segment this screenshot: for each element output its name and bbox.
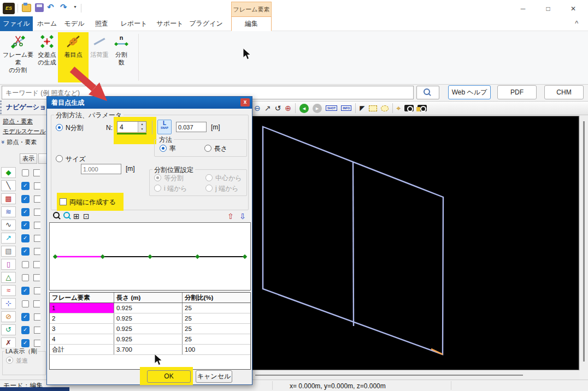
visibility-checkbox-2[interactable] <box>34 248 40 255</box>
visibility-checkbox[interactable] <box>21 208 30 216</box>
collapse-ribbon-icon[interactable]: ^ <box>575 20 578 26</box>
table-row[interactable]: 10.92525 <box>50 303 250 313</box>
spinner-arrows-icon[interactable]: ▲▼ <box>138 122 146 132</box>
select-cursor-icon[interactable]: ◤ <box>360 103 364 113</box>
visibility-checkbox-2[interactable] <box>34 287 40 294</box>
redo-icon[interactable]: ↷ <box>60 2 67 12</box>
radio-length[interactable]: 長さ <box>204 144 227 153</box>
length-snap-button[interactable]: L SNAP <box>157 120 172 134</box>
scrollbar-thumb[interactable] <box>255 375 523 376</box>
visibility-checkbox[interactable] <box>22 169 29 176</box>
element-type-row: ≋ <box>1 206 48 218</box>
camera-save-icon[interactable] <box>418 105 427 111</box>
lasso-select-icon[interactable] <box>381 105 389 111</box>
radio-icon <box>205 174 213 181</box>
fit-grid-icon[interactable]: ⊞ <box>73 212 80 221</box>
visibility-checkbox[interactable] <box>21 326 30 334</box>
size-input[interactable] <box>81 164 121 174</box>
nav-link-model-scale[interactable]: モデルスケール <box>3 127 46 135</box>
fit-rect-icon[interactable]: ⊡ <box>83 212 90 221</box>
visibility-checkbox-2[interactable] <box>34 313 40 321</box>
snap-length-input[interactable] <box>176 122 207 132</box>
radio-n-division[interactable]: N分割 <box>56 123 84 133</box>
web-help-button[interactable]: Web ヘルプ <box>448 85 491 99</box>
tab-report[interactable]: レポート <box>118 16 150 31</box>
visibility-checkbox[interactable] <box>21 221 30 229</box>
visibility-checkbox[interactable] <box>21 234 30 242</box>
tab-check[interactable]: 照査 <box>89 16 115 31</box>
view-back-icon[interactable]: ◀ <box>299 104 309 113</box>
find-view-icon[interactable]: ⌖ <box>397 103 401 113</box>
cancel-button[interactable]: キャンセル <box>196 370 232 383</box>
n-count-spinner[interactable]: 4 ▲▼ <box>117 121 146 133</box>
undo-icon[interactable]: ↶ <box>47 2 54 12</box>
pdf-button[interactable]: PDF <box>497 85 537 99</box>
import-icon[interactable]: ⇩ <box>239 212 246 221</box>
tab-file[interactable]: ファイル <box>0 16 33 31</box>
visibility-checkbox[interactable] <box>21 313 30 321</box>
visibility-checkbox[interactable] <box>21 195 30 203</box>
tab-plugin[interactable]: プラグイン <box>189 16 223 31</box>
chm-button[interactable]: CHM <box>544 85 584 99</box>
visibility-checkbox-2[interactable] <box>34 340 40 347</box>
open-file-icon[interactable] <box>22 4 31 12</box>
visibility-checkbox[interactable] <box>22 274 29 281</box>
maximize-button[interactable]: □ <box>540 3 556 14</box>
rotate-view-icon[interactable]: ↺ <box>274 103 281 113</box>
watch-point-button[interactable]: 着目点 <box>58 32 89 82</box>
split-frame-button[interactable]: フレーム要素 の分割 <box>1 32 35 82</box>
checkbox-create-both-ends[interactable]: 両端に作成する <box>60 198 116 207</box>
visibility-checkbox[interactable] <box>21 287 30 295</box>
pan-icon[interactable]: ↗ <box>264 103 271 113</box>
visibility-checkbox-2[interactable] <box>33 261 40 268</box>
preview-zoom-out-icon[interactable] <box>63 212 70 221</box>
visibility-checkbox-2[interactable] <box>33 274 40 281</box>
quick-access-dropdown-icon[interactable]: ▼ <box>73 5 77 9</box>
dialog-close-button[interactable]: x <box>240 98 250 106</box>
visibility-checkbox-2[interactable] <box>34 209 40 216</box>
tab-edit-active[interactable]: 編集 <box>231 16 272 31</box>
tab-support[interactable]: サポート <box>154 16 186 31</box>
scrollbar-thumb[interactable] <box>583 121 585 362</box>
ok-button[interactable]: OK <box>147 370 191 383</box>
visibility-checkbox[interactable] <box>21 247 30 256</box>
center-target-icon[interactable]: ⊕ <box>285 103 291 113</box>
zoom-out-icon[interactable]: ⊖ <box>254 103 261 113</box>
visibility-checkbox-2[interactable] <box>33 169 40 176</box>
nav-link-nodes-elements[interactable]: 節点・要素 <box>3 117 33 126</box>
dialog-title-bar[interactable]: 着目点生成 <box>47 97 252 109</box>
visibility-checkbox-2[interactable] <box>34 327 40 334</box>
visibility-checkbox[interactable] <box>21 182 30 190</box>
minimize-button[interactable]: ─ <box>515 3 531 14</box>
tab-model[interactable]: モデル <box>61 16 87 31</box>
column-header-show[interactable]: 表示 <box>20 153 37 164</box>
visibility-checkbox-2[interactable] <box>33 300 40 307</box>
tab-home[interactable]: ホーム <box>34 16 60 31</box>
section-header-nodes-elements[interactable]: » 節点・要素 <box>2 138 37 146</box>
search-icon <box>423 88 431 97</box>
radio-rate[interactable]: 率 <box>160 144 176 153</box>
screenshot-icon[interactable]: SHOT <box>326 105 337 111</box>
table-row[interactable]: 20.92525 <box>50 313 250 324</box>
visibility-checkbox-2[interactable] <box>34 182 40 189</box>
visibility-checkbox-2[interactable] <box>34 196 40 203</box>
visibility-checkbox-2[interactable] <box>34 235 40 242</box>
preview-zoom-in-icon[interactable] <box>52 212 60 221</box>
save-icon[interactable] <box>35 3 44 12</box>
intersection-button[interactable]: 交差点 の生成 <box>35 32 59 82</box>
division-count-button[interactable]: n 分割 数 <box>110 32 132 82</box>
visibility-checkbox[interactable] <box>22 261 29 268</box>
rect-select-icon[interactable] <box>369 105 377 111</box>
table-row[interactable]: 30.92525 <box>50 324 250 334</box>
close-button[interactable]: ✕ <box>565 3 581 14</box>
visibility-checkbox[interactable] <box>22 300 29 307</box>
visibility-checkbox-2[interactable] <box>34 222 40 229</box>
radio-size[interactable]: サイズ <box>56 155 86 164</box>
visibility-checkbox[interactable] <box>21 339 30 347</box>
table-row[interactable]: 40.92525 <box>50 334 250 345</box>
export-icon[interactable]: ⇧ <box>227 212 234 221</box>
vertical-scrollbar[interactable] <box>579 116 588 370</box>
info-capture-icon[interactable]: INFO <box>341 105 351 111</box>
search-button[interactable] <box>416 86 439 99</box>
camera-icon[interactable] <box>404 105 414 111</box>
